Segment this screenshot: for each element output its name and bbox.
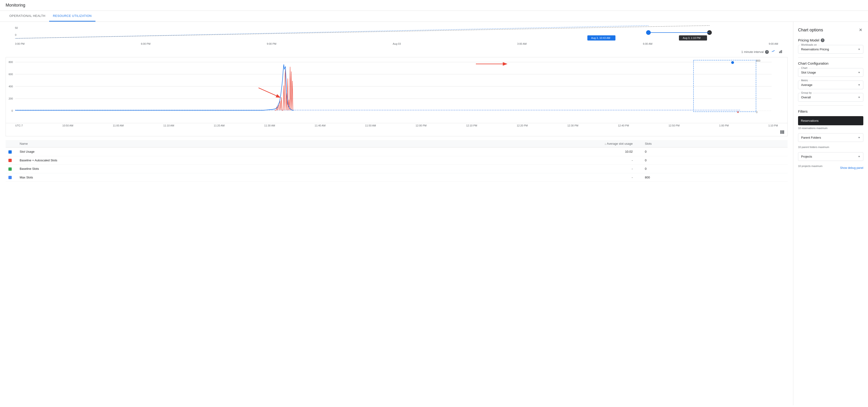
x-label-15: 1:10 PM [768, 124, 778, 127]
divider-1 [798, 57, 863, 58]
interval-bar: 1 minute interval ? [6, 47, 787, 57]
svg-rect-35 [782, 130, 783, 134]
x-label-6: 11:40 AM [315, 124, 326, 127]
filters-title: Filters [798, 109, 863, 113]
svg-text:800: 800 [756, 59, 760, 62]
svg-rect-14 [780, 51, 781, 53]
show-debug-panel-link[interactable]: Show debug panel [840, 166, 863, 170]
x-label-12: 12:40 PM [618, 124, 629, 127]
reservations-input[interactable]: Reservations [798, 116, 863, 125]
x-label-4: 11:20 AM [214, 124, 225, 127]
svg-rect-30 [693, 60, 756, 112]
timeline-label-2: 9:00 PM [267, 42, 276, 45]
reservations-filter: Reservations 10 reservations maximum [798, 116, 863, 129]
metric-select-wrapper: Metric Average ▼ [798, 81, 863, 89]
svg-rect-34 [780, 130, 781, 134]
bar-chart-btn[interactable] [778, 49, 784, 55]
x-label-9: 12:10 PM [466, 124, 477, 127]
svg-text:Aug 3, 10:43 AM: Aug 3, 10:43 AM [591, 36, 610, 39]
metric-select[interactable]: Metric Average ▼ [798, 81, 863, 89]
mini-timeline: 50 0 Aug 3, 10:43 AM Aug 3, 1:10 PM [6, 26, 787, 46]
group-by-select[interactable]: Group by Overall ▼ [798, 93, 863, 101]
pricing-model-title: Pricing Model ? [798, 38, 863, 42]
row-avg-3: - [364, 173, 636, 182]
svg-text:0: 0 [15, 33, 17, 36]
close-panel-button[interactable]: ✕ [858, 26, 863, 33]
th-slots: Slots [636, 140, 787, 148]
svg-text:400: 400 [9, 85, 13, 88]
x-label-5: 11:30 AM [264, 124, 275, 127]
svg-text:50: 50 [15, 26, 18, 29]
projects-chevron: ▼ [858, 155, 860, 158]
svg-text:200: 200 [9, 97, 13, 100]
workloads-select-wrapper: Workloads on Reservations Pricing ▼ [798, 45, 863, 54]
row-slots-2: 0 [636, 165, 787, 173]
svg-rect-13 [779, 52, 780, 53]
table-row: Max Slots - 800 [6, 173, 787, 182]
row-color-3 [6, 173, 17, 182]
svg-text:800: 800 [9, 61, 13, 63]
filters-section: Filters Reservations 10 reservations max… [798, 109, 863, 171]
line-chart-btn[interactable] [770, 49, 776, 55]
x-label-10: 12:20 PM [517, 124, 528, 127]
svg-rect-36 [783, 130, 784, 134]
row-name-3: Max Slots [17, 173, 364, 182]
table-row: Baseline Slots - 0 [6, 165, 787, 173]
right-panel: Chart options ✕ Pricing Model ? Workload… [793, 22, 868, 405]
reservations-hint: 10 reservations maximum [798, 127, 863, 129]
row-avg-0: 10.02 [364, 148, 636, 156]
x-label-3: 11:10 AM [163, 124, 174, 127]
chart-select[interactable]: Chart Slot Usage ▼ [798, 68, 863, 77]
timeline-label-4: 3:00 AM [517, 42, 527, 45]
table-row: Slot Usage 10.02 0 [6, 148, 787, 156]
tab-operational-health[interactable]: OPERATIONAL HEALTH [6, 11, 49, 22]
x-label-8: 12:00 PM [415, 124, 427, 127]
row-slots-1: 0 [636, 156, 787, 165]
timeline-label-1: 6:00 PM [141, 42, 150, 45]
parent-folders-select[interactable]: Parent Folders ▼ [798, 133, 863, 142]
row-color-1 [6, 156, 17, 165]
workloads-chevron: ▼ [858, 48, 860, 51]
timeline-label-3: Aug 03 [393, 42, 401, 45]
svg-text:Aug 3, 1:10 PM: Aug 3, 1:10 PM [683, 36, 701, 39]
parent-folders-hint: 10 parent folders maximum [798, 146, 863, 148]
chart-config-section: Chart Configuration Chart Slot Usage ▼ M… [798, 61, 863, 101]
projects-select[interactable]: Projects ▼ [798, 152, 863, 161]
main-chart: 800 600 400 200 0 800 ★ 0 [6, 57, 787, 136]
x-label-14: 1:00 PM [719, 124, 729, 127]
legend-table: Name ↓ Average slot usage Slots [6, 140, 787, 182]
app-header: Monitoring [0, 0, 868, 11]
row-avg-1: - [364, 156, 636, 165]
th-color [6, 140, 17, 148]
metric-chevron: ▼ [858, 84, 860, 86]
pricing-help-icon[interactable]: ? [821, 38, 825, 42]
row-slots-3: 800 [636, 173, 787, 182]
row-color-2 [6, 165, 17, 173]
panel-title: Chart options [798, 28, 823, 33]
x-label-13: 12:50 PM [669, 124, 679, 127]
th-avg-slot-usage[interactable]: ↓ Average slot usage [364, 140, 636, 148]
chart-area: 50 0 Aug 3, 10:43 AM Aug 3, 1:10 PM [0, 22, 793, 405]
table-row: Baseline + Autoscaled Slots - 0 [6, 156, 787, 165]
svg-point-26 [731, 61, 734, 64]
th-name[interactable]: Name [17, 140, 364, 148]
columns-toggle-btn[interactable] [780, 130, 784, 135]
group-by-chevron: ▼ [858, 96, 860, 98]
row-name-1: Baseline + Autoscaled Slots [17, 156, 364, 165]
chart-select-wrapper: Chart Slot Usage ▼ [798, 68, 863, 77]
svg-text:0: 0 [11, 109, 13, 112]
interval-help-icon[interactable]: ? [765, 50, 769, 54]
timeline-label-6: 9:00 AM [769, 42, 778, 45]
svg-line-33 [258, 88, 280, 97]
sort-icon: ↓ [604, 142, 606, 145]
workloads-select[interactable]: Workloads on Reservations Pricing ▼ [798, 45, 863, 54]
parent-folders-select-wrapper: Parent Folders ▼ [798, 133, 863, 142]
tab-resource-utilization[interactable]: RESOURCE UTILIZATION [49, 11, 95, 22]
chart-svg: 800 600 400 200 0 800 ★ 0 [6, 57, 787, 123]
chart-chevron: ▼ [858, 71, 860, 74]
timeline-label-5: 6:00 AM [643, 42, 652, 45]
app-title: Monitoring [6, 3, 25, 7]
projects-select-wrapper: Projects ▼ [798, 152, 863, 161]
panel-header: Chart options ✕ [798, 26, 863, 33]
x-label-0: UTC-7 [15, 124, 23, 127]
